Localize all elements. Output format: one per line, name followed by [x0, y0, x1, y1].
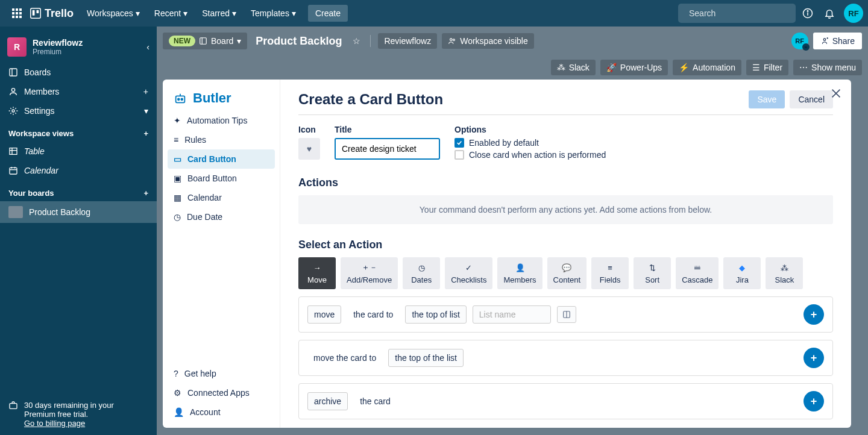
- jira-icon: ◆: [739, 262, 745, 273]
- action-tab-sort[interactable]: ⇅Sort: [634, 257, 671, 289]
- menu-workspaces[interactable]: Workspaces ▾: [81, 6, 146, 20]
- search-input[interactable]: [689, 8, 794, 18]
- save-button[interactable]: Save: [749, 90, 785, 108]
- user-icon: 👤: [515, 262, 525, 273]
- add-rule-button[interactable]: +: [804, 304, 824, 325]
- board-content: NEW Board ▾ Product Backlog ☆ Reviewflow…: [157, 27, 868, 435]
- sidebar-item-settings[interactable]: Settings ▾: [0, 101, 157, 120]
- action-tab-jira[interactable]: ◆Jira: [723, 257, 761, 289]
- action-tab-fields[interactable]: ≡Fields: [591, 257, 629, 289]
- cancel-button[interactable]: Cancel: [790, 90, 833, 108]
- board-workspace-chip[interactable]: Reviewflowz: [378, 33, 437, 49]
- add-rule-button[interactable]: +: [804, 348, 824, 368]
- apps-icon[interactable]: [7, 4, 27, 23]
- sidebar-view-calendar[interactable]: Calendar: [0, 161, 157, 180]
- rule-token[interactable]: the top of list: [405, 305, 466, 324]
- svg-rect-5: [19, 12, 22, 14]
- sidebar-board-product-backlog[interactable]: Product Backlog: [0, 201, 157, 223]
- powerups-button[interactable]: 🚀Power-Ups: [600, 60, 668, 75]
- svg-point-33: [823, 39, 826, 40]
- share-icon: [820, 37, 829, 45]
- chevron-down-icon: ▾: [144, 106, 148, 116]
- user-icon: 👤: [174, 407, 184, 417]
- action-tab-dates[interactable]: ◷Dates: [403, 257, 440, 289]
- butler-nav-account[interactable]: 👤Account: [168, 402, 275, 422]
- checkbox-enabled-default[interactable]: [454, 138, 464, 148]
- action-rule: archivethe card+: [298, 383, 833, 419]
- butler-nav-calendar[interactable]: ▦Calendar: [168, 188, 275, 207]
- butler-nav-duedate[interactable]: ◷Due Date: [168, 207, 275, 227]
- svg-rect-8: [19, 16, 22, 18]
- info-icon[interactable]: [798, 4, 817, 23]
- bell-icon[interactable]: [820, 4, 839, 23]
- add-member-button[interactable]: +: [143, 87, 148, 96]
- icon-field-label: Icon: [298, 125, 320, 134]
- butler-nav-apps[interactable]: ⚙Connected Apps: [168, 383, 275, 402]
- svg-rect-28: [10, 404, 17, 409]
- rule-token[interactable]: move: [307, 305, 341, 324]
- new-tag: NEW: [169, 36, 195, 46]
- board-visibility-chip[interactable]: Workspace visible: [442, 33, 534, 49]
- add-view-button[interactable]: +: [143, 129, 148, 138]
- calendar-icon: ▦: [174, 193, 181, 202]
- svg-rect-29: [200, 38, 207, 45]
- automation-button[interactable]: ⚡Automation: [673, 60, 741, 75]
- action-tab-slack[interactable]: ⁂Slack: [766, 257, 803, 289]
- butler-nav-rules[interactable]: ≡Rules: [168, 130, 275, 149]
- butler-nav-help[interactable]: ?Get help: [168, 364, 275, 383]
- board-picker-button[interactable]: [557, 306, 576, 323]
- board-view-switcher[interactable]: NEW Board ▾: [163, 33, 247, 49]
- clock-icon: ◷: [418, 262, 425, 273]
- filter-button[interactable]: ☰Filter: [746, 60, 788, 75]
- rule-input-token[interactable]: List name: [473, 305, 551, 324]
- slack-button[interactable]: ⁂Slack: [551, 60, 596, 75]
- add-board-button[interactable]: +: [143, 189, 148, 198]
- chevron-down-icon: ▾: [292, 8, 296, 18]
- dots-icon: ⋯: [799, 63, 808, 72]
- menu-templates[interactable]: Templates ▾: [245, 6, 302, 20]
- rule-token[interactable]: the top of the list: [388, 349, 464, 367]
- butler-panel: Butler ✦Automation Tips ≡Rules ▭Card But…: [163, 80, 851, 428]
- svg-rect-4: [16, 12, 18, 14]
- admin-icon: »: [802, 43, 810, 51]
- rule-token[interactable]: archive: [307, 392, 348, 410]
- sidebar-item-boards[interactable]: Boards: [0, 63, 157, 82]
- butler-nav-card-button[interactable]: ▭Card Button: [168, 149, 275, 169]
- user-avatar[interactable]: RF: [844, 4, 863, 23]
- search-box[interactable]: [678, 4, 796, 23]
- show-menu-button[interactable]: ⋯Show menu: [793, 60, 862, 75]
- svg-point-31: [450, 39, 453, 40]
- svg-rect-2: [19, 8, 22, 11]
- your-boards-label: Your boards+: [0, 180, 157, 201]
- create-button[interactable]: Create: [308, 5, 348, 22]
- menu-recent[interactable]: Recent ▾: [148, 6, 193, 20]
- action-tab-move[interactable]: →Move: [298, 257, 336, 289]
- billing-link[interactable]: Go to billing page: [24, 419, 85, 428]
- action-tab-addremove[interactable]: ＋－Add/Remove: [341, 257, 398, 289]
- title-input[interactable]: [335, 138, 440, 160]
- board-title[interactable]: Product Backlog: [256, 35, 342, 48]
- butler-nav-board-button[interactable]: ▣Board Button: [168, 169, 275, 188]
- share-button[interactable]: Share: [813, 33, 862, 49]
- workspace-sidebar: R Reviewflowz Premium ‹ Boards Members +…: [0, 27, 157, 435]
- add-rule-button[interactable]: +: [804, 391, 824, 412]
- collapse-sidebar-button[interactable]: ‹: [146, 42, 149, 52]
- board-member[interactable]: RF»: [791, 33, 808, 49]
- brand-label: Trello: [45, 7, 74, 20]
- filter-icon: ☰: [752, 63, 760, 72]
- sidebar-view-table[interactable]: Table: [0, 142, 157, 161]
- action-tab-content[interactable]: 💬Content: [547, 257, 587, 289]
- star-board-button[interactable]: ☆: [350, 34, 363, 48]
- chevron-down-icon: ▾: [237, 36, 241, 46]
- icon-picker[interactable]: ♥: [298, 138, 320, 160]
- brand[interactable]: Trello: [30, 7, 74, 20]
- action-tab-cascade[interactable]: ⩸Cascade: [676, 257, 719, 289]
- close-button[interactable]: [829, 87, 843, 100]
- butler-nav-tips[interactable]: ✦Automation Tips: [168, 111, 275, 130]
- svg-rect-24: [10, 167, 17, 174]
- sidebar-item-members[interactable]: Members +: [0, 82, 157, 101]
- checkbox-close-card[interactable]: [454, 150, 464, 160]
- action-tab-members[interactable]: 👤Members: [497, 257, 542, 289]
- menu-starred[interactable]: Starred ▾: [196, 6, 242, 20]
- action-tab-checklists[interactable]: ✓Checklists: [445, 257, 492, 289]
